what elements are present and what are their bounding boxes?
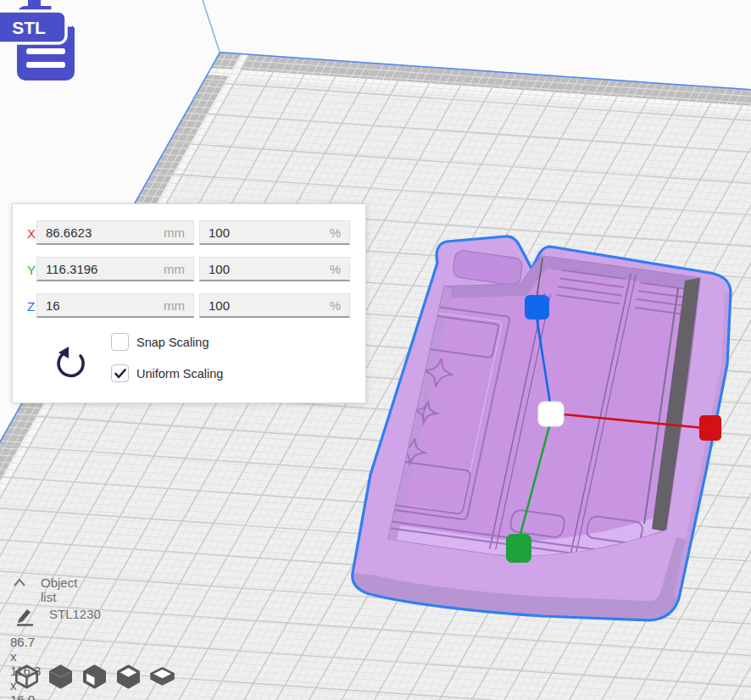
scale-handle-z[interactable] — [525, 295, 549, 319]
z-percent-input[interactable]: 100 % — [199, 293, 350, 318]
edit-pencil-icon[interactable] — [14, 605, 36, 627]
y-size-input[interactable]: 116.3196 mm — [36, 257, 194, 281]
doc-line — [26, 62, 65, 68]
x-size-unit: mm — [164, 225, 185, 240]
scale-handle-y[interactable] — [506, 534, 531, 563]
y-size-unit: mm — [164, 262, 185, 276]
application-window: STL X 86.6623 mm 100 % Y 116.3196 mm 100… — [0, 0, 751, 700]
y-size-value: 116.3196 — [46, 262, 97, 276]
object-list-item-name[interactable]: STL1230 — [49, 607, 101, 621]
view-solid-icon[interactable] — [47, 664, 74, 690]
x-size-input[interactable]: 86.6623 mm — [36, 220, 194, 245]
reset-arrow-icon — [58, 353, 83, 375]
y-percent-value: 100 — [209, 262, 230, 276]
snap-scaling-checkbox[interactable] — [111, 333, 129, 351]
view-front-icon[interactable] — [81, 664, 108, 690]
uniform-scaling-label: Uniform Scaling — [136, 364, 223, 383]
scale-row-y: Y 116.3196 mm 100 % — [13, 257, 365, 283]
scale-row-z: Z 16 mm 100 % — [13, 293, 365, 319]
x-percent-unit: % — [330, 225, 341, 240]
view-top-icon[interactable] — [149, 664, 175, 690]
uniform-scaling-checkbox[interactable] — [111, 364, 129, 382]
scale-tool-panel: X 86.6623 mm 100 % Y 116.3196 mm 100 % Z — [12, 203, 366, 403]
scale-handle-center[interactable] — [538, 402, 564, 426]
stl-file-icon: STL — [0, 0, 81, 86]
z-size-value: 16 — [46, 298, 60, 313]
x-percent-input[interactable]: 100 % — [199, 220, 350, 245]
z-percent-value: 100 — [209, 298, 230, 313]
chevron-up-icon[interactable] — [12, 577, 27, 589]
stl-badge-label: STL — [12, 18, 46, 37]
camera-view-toolbar — [14, 664, 175, 690]
x-percent-value: 100 — [209, 225, 230, 240]
y-percent-unit: % — [330, 262, 341, 276]
z-percent-unit: % — [330, 298, 341, 313]
snap-scaling-label: Snap Scaling — [136, 333, 209, 352]
z-size-unit: mm — [164, 298, 185, 313]
view-left-icon[interactable] — [115, 664, 142, 690]
y-percent-input[interactable]: 100 % — [199, 257, 350, 281]
z-size-input[interactable]: 16 mm — [36, 293, 194, 318]
checkmark-icon — [114, 369, 126, 379]
plate-corner-line — [203, 0, 220, 52]
scale-handle-x[interactable] — [699, 415, 721, 441]
scale-row-x: X 86.6623 mm 100 % — [13, 220, 365, 247]
reset-scale-button[interactable] — [54, 345, 88, 382]
object-list-title[interactable]: Object list — [41, 575, 77, 604]
x-size-value: 86.6623 — [46, 225, 92, 240]
view-3d-icon[interactable] — [14, 664, 40, 690]
doc-line — [26, 48, 65, 54]
